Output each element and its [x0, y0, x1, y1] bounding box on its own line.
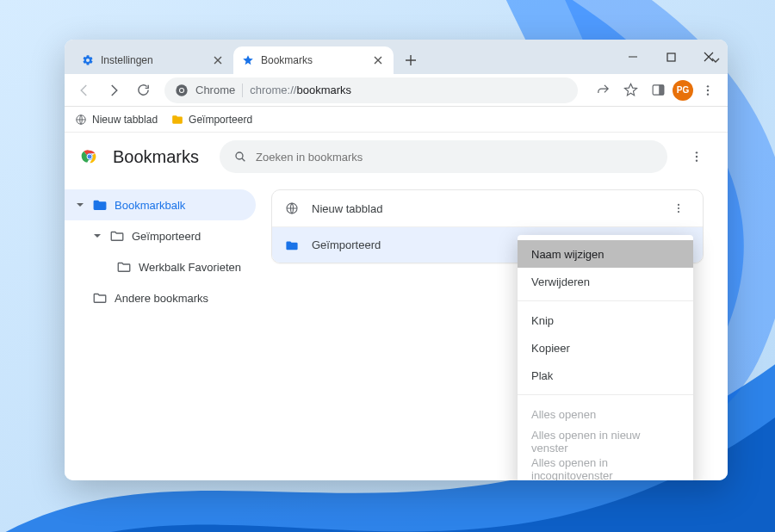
- chevron-down-icon: [75, 201, 85, 209]
- side-panel-button[interactable]: [645, 77, 671, 103]
- svg-point-17: [696, 159, 698, 161]
- separator: [242, 84, 243, 97]
- tab-label: Instellingen: [101, 54, 153, 66]
- svg-point-19: [678, 204, 679, 206]
- menu-item-open-all-incognito[interactable]: Alles openen in incognitovenster: [518, 455, 693, 480]
- svg-point-8: [707, 89, 709, 90]
- bookmarks-page: Bookmarks Bookmarkbalk Geïmporteerd: [65, 133, 728, 480]
- svg-point-7: [707, 85, 709, 87]
- back-button[interactable]: [71, 77, 97, 103]
- list-item[interactable]: Nieuw tabblad: [272, 190, 703, 226]
- tab-bookmarks[interactable]: Bookmarks: [233, 46, 394, 74]
- svg-point-4: [180, 89, 183, 92]
- new-tab-button[interactable]: [399, 48, 423, 72]
- bookmark-bar-item[interactable]: Geïmporteerd: [171, 114, 252, 126]
- context-menu: Naam wijzigen Verwijderen Knip Kopieer P…: [518, 235, 693, 480]
- tab-label: Bookmarks: [261, 54, 313, 66]
- window-controls: [614, 40, 728, 74]
- svg-point-9: [707, 93, 709, 95]
- menu-item-rename[interactable]: Naam wijzigen: [518, 240, 693, 268]
- site-label: Chrome: [195, 84, 235, 96]
- close-icon[interactable]: [211, 53, 225, 67]
- globe-icon: [284, 201, 300, 215]
- chrome-icon: [175, 84, 189, 97]
- bookmark-bar-item[interactable]: Nieuw tabblad: [75, 114, 158, 126]
- folder-outline-icon: [92, 290, 108, 306]
- menu-item-open-all-new-window[interactable]: Alles openen in nieuw venster: [518, 428, 693, 455]
- maximize-button[interactable]: [652, 40, 690, 74]
- page-title: Bookmarks: [113, 147, 199, 167]
- menu-separator: [518, 394, 693, 395]
- page-header: Bookmarks: [65, 133, 728, 181]
- tree-item-geimporteerd[interactable]: Geïmporteerd: [65, 220, 256, 251]
- folder-outline-icon: [116, 259, 132, 275]
- item-overflow-button[interactable]: [666, 196, 691, 220]
- tree-item-werkbalk-favorieten[interactable]: Werkbalk Favorieten: [65, 251, 256, 282]
- address-bar[interactable]: Chrome chrome://bookmarks: [164, 77, 578, 103]
- tab-strip: Instellingen Bookmarks: [65, 40, 728, 74]
- toolbar: Chrome chrome://bookmarks PG: [65, 74, 728, 107]
- tree-item-andere-bookmarks[interactable]: Andere bookmarks: [65, 282, 256, 313]
- menu-item-open-all[interactable]: Alles openen: [518, 400, 693, 428]
- avatar[interactable]: PG: [673, 80, 693, 101]
- svg-rect-6: [659, 85, 664, 95]
- svg-point-14: [236, 152, 243, 159]
- folder-outline-icon: [92, 197, 108, 213]
- svg-point-21: [678, 211, 679, 213]
- folder-outline-icon: [109, 228, 125, 244]
- chrome-window: Instellingen Bookmarks: [65, 40, 728, 480]
- menu-item-delete[interactable]: Verwijderen: [518, 268, 693, 295]
- url-text: chrome://bookmarks: [250, 84, 351, 96]
- menu-item-copy[interactable]: Kopieer: [518, 334, 693, 362]
- reload-button[interactable]: [130, 77, 156, 103]
- chevron-down-icon: [92, 232, 102, 240]
- bookmark-bar: Nieuw tabblad Geïmporteerd: [65, 107, 728, 133]
- share-button[interactable]: [590, 77, 616, 103]
- globe-icon: [75, 114, 87, 126]
- chrome-logo-icon: [80, 147, 99, 166]
- tree-item-bookmarkbalk[interactable]: Bookmarkbalk: [65, 189, 256, 220]
- bookmarks-content: Nieuw tabblad Geïmporteerd Naam wijzigen…: [263, 181, 728, 480]
- bookmark-star-button[interactable]: [617, 77, 643, 103]
- menu-separator: [518, 300, 693, 301]
- bookmarks-tree: Bookmarkbalk Geïmporteerd Werkbalk Favor…: [65, 181, 263, 480]
- close-window-button[interactable]: [690, 40, 728, 74]
- svg-rect-1: [667, 53, 675, 61]
- search-icon: [233, 150, 247, 164]
- page-overflow-button[interactable]: [681, 141, 712, 172]
- forward-button[interactable]: [101, 77, 127, 103]
- gear-icon: [82, 54, 94, 66]
- minimize-button[interactable]: [614, 40, 652, 74]
- svg-point-20: [678, 207, 679, 209]
- svg-point-15: [696, 152, 698, 153]
- menu-item-paste[interactable]: Plak: [518, 362, 693, 389]
- svg-point-16: [696, 156, 698, 158]
- close-icon[interactable]: [371, 53, 385, 67]
- menu-item-cut[interactable]: Knip: [518, 306, 693, 334]
- folder-outline-icon: [284, 238, 300, 252]
- overflow-menu-button[interactable]: [695, 77, 721, 103]
- folder-yellow-icon: [171, 114, 183, 126]
- bookmarks-search-input[interactable]: [256, 151, 654, 164]
- star-icon: [242, 54, 254, 66]
- bookmarks-search-box[interactable]: [220, 140, 667, 173]
- tab-instellingen[interactable]: Instellingen: [73, 46, 233, 74]
